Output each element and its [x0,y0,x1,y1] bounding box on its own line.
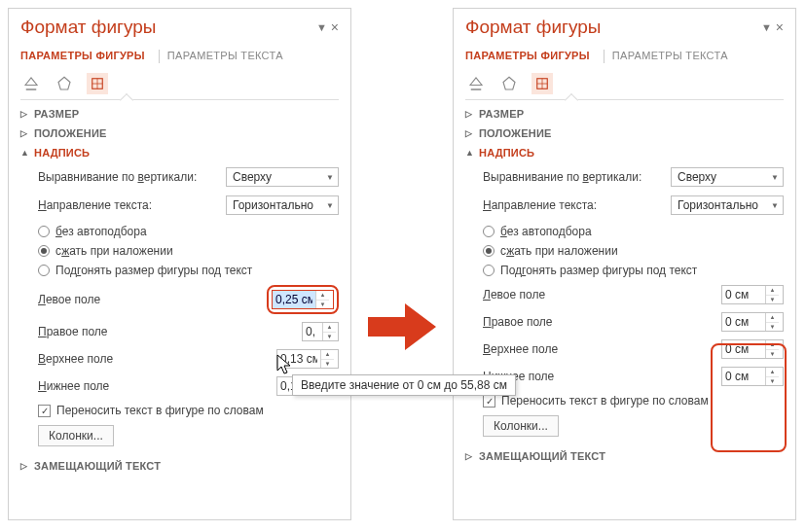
size-properties-icon[interactable] [531,73,553,94]
section-position[interactable]: ▷ПОЛОЖЕНИЕ [20,127,339,139]
pane-title: Формат фигуры [465,17,601,38]
autofit-resize-radio[interactable]: Подгонять размер фигуры под текст [483,264,784,277]
effects-icon[interactable] [498,73,520,94]
chevron-right-icon: ▷ [20,109,28,119]
autofit-resize-radio[interactable]: Подгонять размер фигуры под текст [38,264,339,277]
section-alttext[interactable]: ▷ЗАМЕЩАЮЩИЙ ТЕКСТ [465,450,784,462]
chevron-right-icon: ▷ [20,461,28,471]
effects-icon[interactable] [54,73,75,94]
chevron-down-icon: ▼ [326,201,334,210]
margin-left-spinner[interactable]: ▲▼ [272,290,334,309]
tab-text-options[interactable]: ПАРАМЕТРЫ ТЕКСТА [612,48,734,65]
chevron-down-icon: ▲ [20,148,28,158]
chevron-down-icon: ▼ [326,173,334,182]
tab-shape-options[interactable]: ПАРАМЕТРЫ ФИГУРЫ [465,48,596,65]
margin-right-spinner[interactable]: ▲▼ [721,312,784,332]
margin-top-spinner[interactable]: ▲▼ [276,349,339,369]
tab-text-options[interactable]: ПАРАМЕТРЫ ТЕКСТА [167,48,289,65]
margin-right-spinner[interactable]: ▲▼ [302,322,339,341]
checkbox-checked-icon: ✓ [38,405,51,417]
columns-button[interactable]: Колонки... [38,425,114,446]
margin-bottom-spinner[interactable]: ▲▼ [721,367,784,386]
spin-down-icon[interactable]: ▼ [316,301,329,309]
pane-title: Формат фигуры [20,17,156,38]
section-size[interactable]: ▷РАЗМЕР [465,108,784,120]
valign-label: Выравнивание по вертикали: [38,170,226,184]
section-textbox[interactable]: ▲НАДПИСЬ [20,147,339,159]
section-textbox[interactable]: ▲НАДПИСЬ [465,147,784,159]
svg-marker-4 [503,77,515,89]
margin-top-spinner[interactable]: ▲▼ [721,339,784,359]
format-shape-panel-after: Формат фигуры ▼ × ПАРАМЕТРЫ ФИГУРЫ ПАРАМ… [453,8,796,520]
fill-line-icon[interactable] [20,73,42,94]
wrap-text-checkbox[interactable]: ✓ Переносить текст в фигуре по словам [465,394,784,408]
valign-select[interactable]: Сверху▼ [671,167,784,187]
margin-top-label: Верхнее поле [38,352,276,366]
autofit-shrink-radio[interactable]: сжать при наложении [38,244,339,258]
arrow-right-icon [368,301,436,352]
spin-up-icon[interactable]: ▲ [316,291,329,301]
direction-select[interactable]: Горизонтально▼ [671,195,784,215]
margin-left-spinner[interactable]: ▲▼ [721,285,784,304]
margin-bottom-label: Нижнее поле [38,379,276,393]
autofit-none-radio[interactable]: без автоподбора [38,225,339,238]
pane-close-icon[interactable]: × [776,20,784,34]
pane-menu-icon[interactable]: ▼ [316,22,327,33]
margin-left-label: Левое поле [38,293,267,306]
columns-button[interactable]: Колонки... [483,415,559,437]
tab-shape-options[interactable]: ПАРАМЕТРЫ ФИГУРЫ [20,48,151,65]
pane-menu-icon[interactable]: ▼ [761,22,772,33]
svg-marker-8 [368,303,436,350]
size-properties-icon[interactable] [87,73,108,94]
wrap-text-checkbox[interactable]: ✓ Переносить текст в фигуре по словам [20,404,339,417]
section-alttext[interactable]: ▷ЗАМЕЩАЮЩИЙ ТЕКСТ [20,460,339,472]
margin-right-label: Правое поле [38,325,302,338]
chevron-right-icon: ▷ [20,128,28,138]
format-shape-panel-before: Формат фигуры ▼ × ПАРАМЕТРЫ ФИГУРЫ ПАРАМ… [8,8,351,520]
autofit-shrink-radio[interactable]: сжать при наложении [483,244,784,258]
pane-close-icon[interactable]: × [331,20,339,34]
svg-marker-0 [58,77,70,89]
tooltip: Введите значение от 0 см до 55,88 см [292,374,516,396]
section-size[interactable]: ▷РАЗМЕР [20,108,339,120]
margin-left-highlight: ▲▼ [267,285,339,314]
autofit-none-radio[interactable]: без автоподбора [483,225,784,238]
fill-line-icon[interactable] [465,73,487,94]
direction-label: Направление текста: [38,198,226,212]
direction-select[interactable]: Горизонтально▼ [226,195,339,215]
valign-select[interactable]: Сверху▼ [226,167,339,187]
section-position[interactable]: ▷ПОЛОЖЕНИЕ [465,127,784,139]
